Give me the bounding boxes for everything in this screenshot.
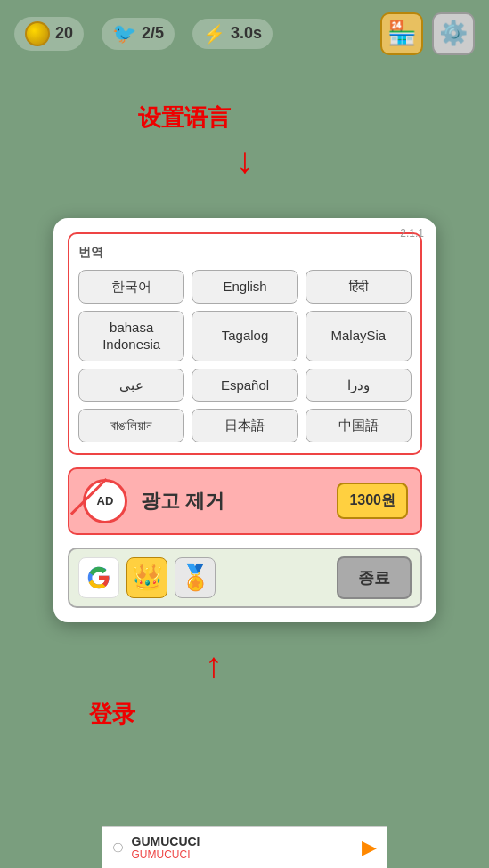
language-grid: 한국어Englishहिंदीbahasa IndonesiaTagalogMa… [78, 270, 412, 442]
language-button[interactable]: 中国語 [306, 409, 412, 442]
ad-banner-arrow-icon: ▶ [362, 836, 377, 859]
language-button[interactable]: عبي [78, 369, 184, 402]
language-button[interactable]: 한국어 [78, 270, 184, 304]
shop-button[interactable]: 🏪 [380, 12, 423, 55]
ad-icon: AD [82, 478, 128, 524]
ad-price-button[interactable]: 1300원 [337, 483, 408, 519]
coin-count: 20 [55, 24, 73, 43]
language-button[interactable]: বাঙালিয়ান [78, 409, 184, 442]
language-section-title: 번역 [78, 245, 412, 261]
lightning-stat: ⚡ 3.0s [192, 19, 273, 49]
ad-banner-text: GUMUCUCI GUMUCUCI [132, 834, 200, 861]
coin-icon [25, 21, 50, 46]
top-right-actions: 🏪 ⚙️ [380, 12, 475, 55]
lightning-icon: ⚡ [203, 23, 225, 45]
coin-stat: 20 [14, 17, 84, 51]
medal-button[interactable]: 🏅 [175, 557, 216, 598]
version-label: 2.1.1 [400, 227, 424, 239]
ad-banner[interactable]: ⓘ GUMUCUCI GUMUCUCI ▶ [102, 826, 387, 868]
login-label: 登录 [89, 699, 135, 730]
set-language-label: 设置语言 [138, 102, 231, 134]
stork-icon: 🐦 [112, 22, 136, 45]
ad-banner-title: GUMUCUCI [132, 834, 200, 848]
language-button[interactable]: 日本語 [192, 409, 297, 442]
language-button[interactable]: ودرا [306, 369, 412, 402]
settings-dialog: 2.1.1 번역 한국어Englishहिंदीbahasa Indonesia… [53, 218, 436, 622]
ad-remove-section: AD 광고 제거 1300원 [68, 467, 422, 535]
language-button[interactable]: English [192, 270, 297, 304]
settings-button[interactable]: ⚙️ [432, 12, 475, 55]
language-button[interactable]: Español [192, 369, 297, 402]
login-arrow: ↑ [205, 645, 223, 685]
crown-button[interactable]: 👑 [126, 557, 167, 598]
language-button[interactable]: bahasa Indonesia [78, 311, 184, 361]
language-button[interactable]: हिंदी [306, 270, 412, 304]
ad-banner-info-icon: ⓘ [113, 841, 123, 855]
language-button[interactable]: Tagalog [192, 311, 297, 361]
ad-banner-subtitle: GUMUCUCI [132, 848, 200, 861]
ad-remove-label: 광고 제거 [141, 488, 324, 515]
lightning-value: 3.0s [231, 24, 262, 43]
stork-count: 2/5 [142, 24, 164, 43]
language-section: 번역 한국어Englishहिंदीbahasa IndonesiaTagalo… [68, 232, 422, 455]
close-button[interactable]: 종료 [337, 556, 412, 599]
google-button[interactable] [78, 557, 119, 598]
top-bar: 20 🐦 2/5 ⚡ 3.0s 🏪 ⚙️ [0, 0, 489, 67]
language-button[interactable]: MalaySia [306, 311, 412, 361]
set-language-arrow: ↓ [236, 141, 254, 181]
stork-stat: 🐦 2/5 [102, 18, 175, 50]
ad-circle: AD [83, 479, 127, 523]
bottom-bar: 👑 🏅 종료 [68, 548, 422, 608]
